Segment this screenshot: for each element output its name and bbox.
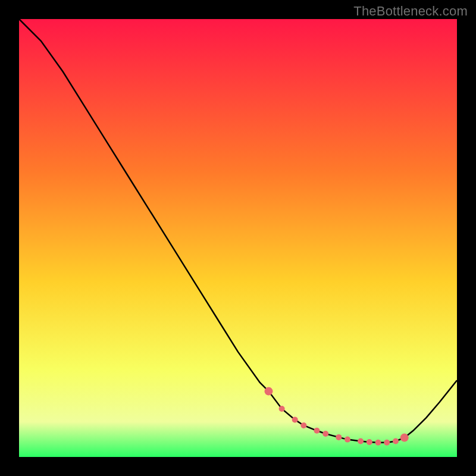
marker-dot <box>279 406 285 412</box>
chart-canvas <box>0 0 476 476</box>
marker-dot <box>393 439 399 444</box>
plot-background <box>19 19 457 457</box>
marker-dot <box>367 439 372 445</box>
marker-dot <box>345 437 350 443</box>
marker-dot <box>314 428 320 434</box>
marker-dot <box>384 440 390 446</box>
marker-dot <box>336 434 342 440</box>
marker-dot <box>322 431 328 437</box>
marker-dot <box>265 387 273 396</box>
marker-dot <box>400 434 409 442</box>
marker-dot <box>358 439 364 444</box>
marker-dot <box>375 440 381 446</box>
marker-dot <box>300 422 306 428</box>
chart-stage: TheBottleneck.com <box>0 0 476 476</box>
marker-dot <box>292 416 298 422</box>
